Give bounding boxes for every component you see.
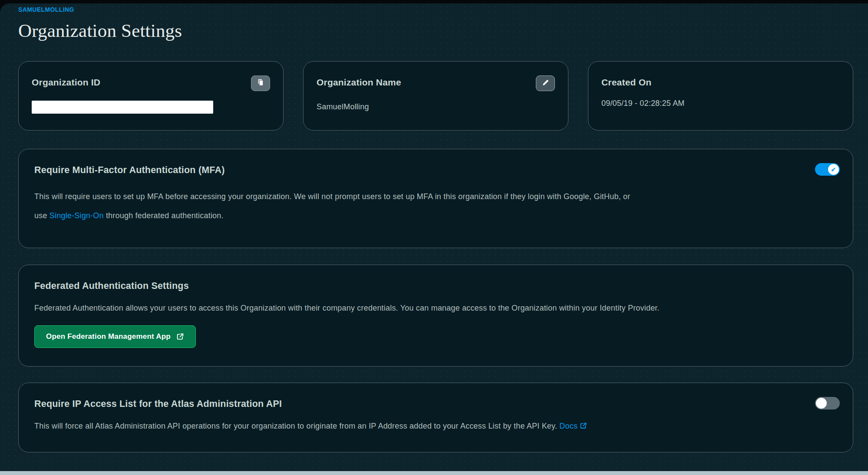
copy-icon <box>257 79 264 88</box>
mfa-title: Require Multi-Factor Authentication (MFA… <box>34 165 837 176</box>
organization-id-card: Organization ID <box>18 61 284 131</box>
federated-auth-title: Federated Authentication Settings <box>34 281 837 292</box>
ip-access-list-title: Require IP Access List for the Atlas Adm… <box>34 399 837 409</box>
single-sign-on-link[interactable]: Single-Sign-On <box>50 211 104 220</box>
organization-id-value-redacted <box>32 101 213 114</box>
mfa-description-line2-suffix: through federated authentication. <box>104 211 224 220</box>
mfa-description-line2: use Single-Sign-On through federated aut… <box>34 206 837 225</box>
federated-auth-description: Federated Authentication allows your use… <box>34 303 837 313</box>
edit-organization-name-button[interactable] <box>536 75 555 91</box>
mfa-description: This will require users to set up MFA be… <box>34 187 837 225</box>
mfa-card: Require Multi-Factor Authentication (MFA… <box>18 149 853 248</box>
edit-pencil-icon <box>542 79 549 88</box>
created-on-value: 09/05/19 - 02:28:25 AM <box>601 99 840 108</box>
open-federation-management-app-button[interactable]: Open Federation Management App <box>34 325 196 348</box>
mfa-toggle-knob: ✔ <box>828 164 839 175</box>
organization-id-label: Organization ID <box>32 77 100 88</box>
ip-access-list-toggle-knob <box>816 398 827 409</box>
mfa-description-line2-prefix: use <box>34 211 50 220</box>
bottom-edge-strip <box>0 471 868 475</box>
ip-access-list-card: Require IP Access List for the Atlas Adm… <box>18 383 853 452</box>
ip-access-list-toggle[interactable] <box>815 397 840 409</box>
external-link-icon <box>176 333 184 341</box>
organization-name-card: Organization Name SamuelMolling <box>303 61 568 131</box>
ip-access-list-description-text: This will force all Atlas Administration… <box>34 422 559 430</box>
breadcrumb[interactable]: SAMUELMOLLING <box>18 6 853 13</box>
organization-name-label: Organization Name <box>317 77 401 88</box>
federated-auth-card: Federated Authentication Settings Federa… <box>18 265 853 367</box>
open-federation-management-app-label: Open Federation Management App <box>46 332 171 341</box>
organization-name-value: SamuelMolling <box>317 102 555 111</box>
ip-access-list-description: This will force all Atlas Administration… <box>34 421 837 431</box>
docs-link[interactable]: Docs <box>559 422 578 430</box>
created-on-card: Created On 09/05/19 - 02:28:25 AM <box>588 61 853 131</box>
copy-organization-id-button[interactable] <box>251 75 270 91</box>
page-title: Organization Settings <box>18 20 853 41</box>
docs-external-link-icon[interactable] <box>580 422 587 429</box>
organization-settings-page: SAMUELMOLLING Organization Settings Orga… <box>0 3 868 471</box>
mfa-description-line1: This will require users to set up MFA be… <box>34 187 837 206</box>
checkmark-icon: ✔ <box>831 166 836 173</box>
org-info-cards-row: Organization ID Organization Name <box>18 61 853 131</box>
created-on-label: Created On <box>601 77 651 88</box>
mfa-toggle[interactable]: ✔ <box>815 163 840 176</box>
